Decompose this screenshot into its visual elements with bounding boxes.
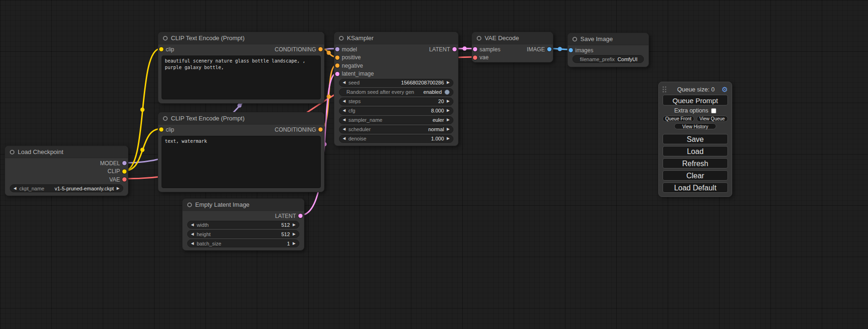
output-slot-clip[interactable] — [122, 169, 127, 174]
queue-prompt-button[interactable]: Queue Prompt — [663, 95, 728, 105]
node-header[interactable]: CLIP Text Encode (Prompt) — [158, 32, 324, 44]
collapse-dot-icon[interactable] — [339, 36, 344, 41]
decrement-arrow-icon[interactable]: ◀ — [343, 127, 346, 131]
collapse-dot-icon[interactable] — [163, 36, 168, 41]
node-ksampler[interactable]: KSampler model LATENT positive negative … — [334, 32, 459, 146]
output-slot-latent[interactable] — [298, 214, 303, 218]
node-header[interactable]: Empty Latent Image — [183, 199, 304, 211]
node-header[interactable]: VAE Decode — [472, 32, 553, 44]
widget-value: 512 — [281, 231, 289, 237]
increment-arrow-icon[interactable]: ▶ — [447, 137, 450, 140]
output-slot-latent[interactable] — [452, 47, 457, 51]
input-slot-positive[interactable] — [335, 56, 339, 60]
wire-midpoint-dot — [327, 51, 331, 55]
collapse-dot-icon[interactable] — [187, 203, 192, 207]
widget-sampler-name[interactable]: ◀ sampler_name euler ▶ — [339, 116, 453, 124]
collapse-dot-icon[interactable] — [477, 36, 481, 41]
slot-row: latent_image — [334, 70, 458, 78]
slot-row: CLIP — [5, 168, 128, 176]
widget-scheduler[interactable]: ◀ scheduler normal ▶ — [339, 126, 453, 133]
input-slot-latent-image[interactable] — [335, 72, 339, 76]
prompt-textarea[interactable]: beautiful scenery nature glass bottle la… — [162, 56, 321, 100]
extra-options-label: Extra options — [674, 107, 708, 114]
slot-row: positive — [334, 54, 458, 62]
decrement-arrow-icon[interactable]: ◀ — [191, 242, 194, 245]
increment-arrow-icon[interactable]: ▶ — [447, 109, 450, 112]
input-label-samples: samples — [480, 46, 501, 53]
output-label-image: IMAGE — [527, 46, 545, 53]
output-slot-model[interactable] — [122, 161, 127, 165]
output-slot-conditioning[interactable] — [318, 47, 323, 51]
increment-arrow-icon[interactable]: ▶ — [447, 99, 450, 103]
node-save-image[interactable]: Save Image images filename_prefix ComfyU… — [567, 33, 649, 67]
extra-options-checkbox[interactable] — [711, 108, 716, 113]
output-slot-conditioning[interactable] — [318, 127, 323, 132]
widget-label: Random seed after every gen — [346, 89, 414, 95]
widget-height[interactable]: ◀ height 512 ▶ — [187, 230, 299, 238]
increment-arrow-icon[interactable]: ▶ — [447, 81, 450, 84]
node-header[interactable]: Load Checkpoint — [5, 146, 128, 158]
input-label-clip: clip — [166, 46, 174, 53]
node-graph-canvas[interactable]: Load Checkpoint MODEL CLIP VAE ◀ ckpt_na… — [0, 0, 868, 329]
input-label-negative: negative — [342, 63, 363, 69]
widget-seed[interactable]: ◀ seed 156680208700286 ▶ — [339, 79, 453, 87]
drag-handle-icon[interactable] — [663, 86, 666, 92]
node-clip-text-encode-positive[interactable]: CLIP Text Encode (Prompt) clip CONDITION… — [158, 32, 325, 104]
refresh-button[interactable]: Refresh — [663, 158, 728, 168]
increment-arrow-icon[interactable]: ▶ — [447, 127, 450, 131]
view-queue-button[interactable]: View Queue — [697, 116, 728, 122]
decrement-arrow-icon[interactable]: ◀ — [343, 81, 346, 84]
widget-denoise[interactable]: ◀ denoise 1.000 ▶ — [339, 135, 453, 143]
widget-filename-prefix[interactable]: filename_prefix ComfyUI — [572, 55, 644, 63]
input-slot-samples[interactable] — [473, 47, 477, 51]
output-slot-vae[interactable] — [122, 177, 127, 182]
node-vae-decode[interactable]: VAE Decode samples IMAGE vae — [472, 32, 553, 63]
increment-arrow-icon[interactable]: ▶ — [293, 232, 296, 236]
view-history-button[interactable]: View History — [674, 123, 716, 129]
wire-midpoint-dot — [141, 148, 145, 152]
widget-ckpt-name[interactable]: ◀ ckpt_name v1-5-pruned-emaonly.ckpt ▶ — [10, 184, 123, 192]
decrement-arrow-icon[interactable]: ◀ — [343, 137, 346, 140]
node-clip-text-encode-negative[interactable]: CLIP Text Encode (Prompt) clip CONDITION… — [158, 112, 325, 192]
decrement-arrow-icon[interactable]: ◀ — [191, 232, 194, 236]
load-button[interactable]: Load — [663, 146, 728, 156]
decrement-arrow-icon[interactable]: ◀ — [343, 109, 346, 112]
input-slot-clip[interactable] — [159, 127, 163, 132]
queue-front-button[interactable]: Queue Front — [663, 116, 694, 122]
widget-steps[interactable]: ◀ steps 20 ▶ — [339, 98, 453, 105]
input-slot-model[interactable] — [335, 47, 339, 51]
node-load-checkpoint[interactable]: Load Checkpoint MODEL CLIP VAE ◀ ckpt_na… — [5, 146, 128, 196]
clear-button[interactable]: Clear — [663, 170, 728, 181]
collapse-dot-icon[interactable] — [10, 150, 14, 154]
node-empty-latent-image[interactable]: Empty Latent Image LATENT ◀ width 512 ▶ … — [182, 198, 304, 251]
decrement-arrow-icon[interactable]: ◀ — [14, 187, 16, 190]
settings-gear-icon[interactable]: ⚙ — [722, 86, 728, 93]
node-header[interactable]: CLIP Text Encode (Prompt) — [158, 112, 324, 125]
save-button[interactable]: Save — [663, 134, 728, 144]
input-slot-negative[interactable] — [335, 63, 339, 68]
widget-batch-size[interactable]: ◀ batch_size 1 ▶ — [187, 239, 299, 247]
widget-random-seed-toggle[interactable]: Random seed after every gen enabled — [339, 88, 453, 96]
node-header[interactable]: KSampler — [334, 32, 458, 44]
decrement-arrow-icon[interactable]: ◀ — [343, 99, 346, 103]
increment-arrow-icon[interactable]: ▶ — [293, 223, 296, 227]
input-slot-clip[interactable] — [159, 47, 163, 51]
input-slot-images[interactable] — [569, 48, 573, 52]
decrement-arrow-icon[interactable]: ◀ — [191, 223, 194, 227]
widget-cfg[interactable]: ◀ cfg 8.000 ▶ — [339, 107, 453, 115]
increment-arrow-icon[interactable]: ▶ — [117, 187, 120, 190]
prompt-textarea[interactable]: text, watermark — [162, 136, 321, 189]
output-label-conditioning: CONDITIONING — [275, 126, 316, 133]
output-slot-image[interactable] — [547, 47, 551, 51]
queue-size-label: Queue size: 0 — [670, 86, 722, 93]
increment-arrow-icon[interactable]: ▶ — [293, 242, 296, 245]
increment-arrow-icon[interactable]: ▶ — [447, 118, 450, 122]
widget-width[interactable]: ◀ width 512 ▶ — [187, 221, 299, 229]
node-header[interactable]: Save Image — [568, 33, 649, 45]
decrement-arrow-icon[interactable]: ◀ — [343, 118, 346, 122]
toggle-knob-icon[interactable] — [445, 90, 450, 95]
load-default-button[interactable]: Load Default — [663, 182, 728, 193]
collapse-dot-icon[interactable] — [163, 116, 168, 121]
input-slot-vae[interactable] — [473, 56, 477, 60]
collapse-dot-icon[interactable] — [572, 37, 577, 42]
